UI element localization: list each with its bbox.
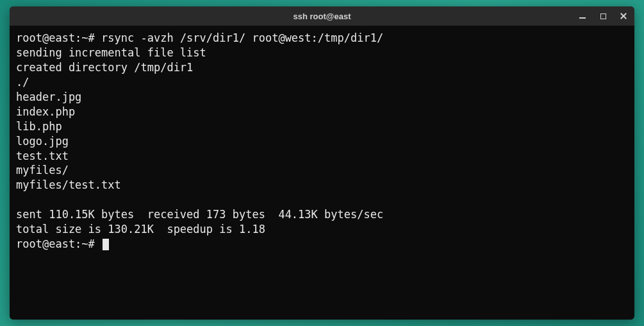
- command-line: root@east:~# rsync -avzh /srv/dir1/ root…: [16, 31, 628, 46]
- minimize-button[interactable]: [577, 10, 588, 22]
- stats-line: total size is 130.21K speedup is 1.18: [16, 222, 628, 237]
- close-icon: [620, 12, 627, 20]
- blank-line: [16, 193, 628, 207]
- output-line: sending incremental file list: [16, 46, 628, 60]
- stats-line: sent 110.15K bytes received 173 bytes 44…: [16, 207, 628, 222]
- cursor: [103, 239, 109, 250]
- maximize-icon: [600, 13, 606, 19]
- output-line: test.txt: [16, 149, 628, 164]
- prompt: root@east:~#: [16, 237, 101, 250]
- terminal-body[interactable]: root@east:~# rsync -avzh /srv/dir1/ root…: [10, 26, 634, 320]
- output-line: myfiles/test.txt: [16, 178, 628, 193]
- command-text: rsync -avzh /srv/dir1/ root@west:/tmp/di…: [101, 31, 383, 44]
- output-line: ./: [16, 75, 628, 90]
- output-line: myfiles/: [16, 163, 628, 178]
- maximize-button[interactable]: [597, 10, 609, 22]
- close-button[interactable]: [618, 10, 629, 22]
- output-line: lib.php: [16, 119, 628, 134]
- window-controls: [577, 6, 629, 26]
- output-line: index.php: [16, 105, 628, 119]
- minimize-icon: [579, 17, 586, 19]
- output-line: logo.jpg: [16, 134, 628, 149]
- prompt: root@east:~#: [16, 31, 101, 44]
- prompt-line: root@east:~#: [16, 237, 628, 252]
- titlebar[interactable]: ssh root@east: [10, 6, 634, 26]
- window-title: ssh root@east: [293, 12, 351, 21]
- output-line: created directory /tmp/dir1: [16, 60, 628, 75]
- terminal-window: ssh root@east root@east:~# rsync -avzh /…: [10, 6, 634, 320]
- output-line: header.jpg: [16, 90, 628, 105]
